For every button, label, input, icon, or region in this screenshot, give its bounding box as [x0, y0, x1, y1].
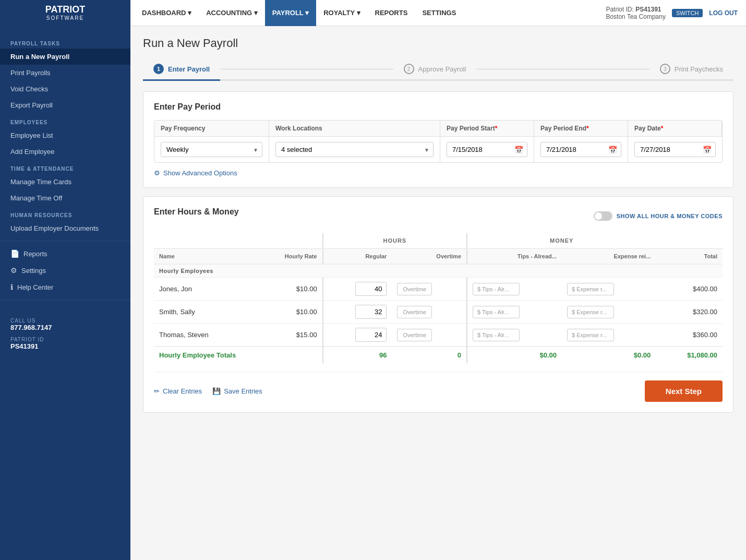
save-entries-label: Save Entries: [224, 387, 262, 395]
emp3-rate: $15.00: [252, 324, 323, 347]
nav-settings[interactable]: SETTINGS: [415, 0, 463, 26]
sidebar-item-help[interactable]: ℹ Help Center: [0, 279, 130, 295]
patriot-id-label: Patriot ID:: [606, 6, 633, 13]
calendar-icon-paydate[interactable]: 📅: [703, 146, 712, 154]
totals-label: Hourly Employee Totals: [154, 347, 323, 363]
next-step-button[interactable]: Next Step: [645, 380, 723, 402]
nav-right: Patriot ID: PS41391 Boston Tea Company S…: [606, 6, 738, 20]
reports-icon: 📄: [10, 249, 19, 258]
table-row: Smith, Sally $10.00 Overtime $ Tips - Al…: [154, 301, 723, 324]
sidebar-item-reports[interactable]: 📄 Reports: [0, 245, 130, 262]
total-header-spacer: [656, 233, 723, 248]
logo: PATRIOT SOFTWARE: [45, 5, 85, 21]
sidebar-item-employer-docs[interactable]: Upload Employer Documents: [0, 220, 130, 236]
nav-accounting[interactable]: ACCOUNTING ▾: [199, 0, 265, 26]
pay-period-title: Enter Pay Period: [154, 102, 723, 112]
emp1-expense-cell: $ Expense r...: [562, 278, 656, 301]
emp1-overtime-btn[interactable]: Overtime: [397, 283, 432, 295]
col-work-locations-cell: 4 selected ▼: [269, 137, 440, 162]
sidebar-item-print-payrolls[interactable]: Print Payrolls: [0, 65, 130, 81]
emp3-name: Thomas, Steven: [154, 324, 252, 347]
step-1-num: 1: [153, 64, 164, 74]
emp1-regular-input[interactable]: [355, 282, 387, 296]
save-entries-button[interactable]: 💾 Save Entries: [212, 387, 262, 395]
nav-reports[interactable]: REPORTS: [368, 0, 415, 26]
show-all-codes-toggle[interactable]: [594, 211, 612, 221]
pay-frequency-select[interactable]: Weekly Biweekly Semimonthly Monthly: [161, 142, 262, 157]
sidebar-item-employee-list[interactable]: Employee List: [0, 127, 130, 144]
step-line-1: [220, 69, 393, 69]
user-info: Patriot ID: PS41391 Boston Tea Company: [606, 6, 666, 20]
sidebar: PAYROLL TASKS Run a New Payroll Print Pa…: [0, 26, 130, 560]
page-title: Run a New Payroll: [143, 37, 733, 50]
logout-link[interactable]: LOG OUT: [709, 9, 738, 17]
sidebar-bottom: CALL US 877.968.7147 PATRIOT ID PS41391: [0, 304, 130, 359]
pencil-icon: ✏: [154, 387, 160, 395]
run-payroll-label: Run a New Payroll: [10, 53, 69, 61]
emp1-overtime-cell: Overtime: [392, 278, 467, 301]
emp3-regular-input[interactable]: [355, 328, 387, 342]
col-pay-period-start-header: Pay Period Start*: [440, 121, 534, 137]
emp1-name: Jones, Jon: [154, 278, 252, 301]
emp2-tips-input[interactable]: $ Tips - Alr...: [473, 306, 520, 318]
emp2-total: $320.00: [656, 301, 723, 324]
sidebar-patriot-id-label: PATRIOT ID: [10, 337, 120, 342]
settings-icon: ⚙: [10, 266, 17, 275]
call-us-label: CALL US: [10, 318, 120, 324]
step-2-num: 2: [404, 64, 414, 74]
col-pay-period-end-cell: 📅: [534, 137, 628, 162]
work-locations-select-wrapper: 4 selected ▼: [275, 142, 434, 157]
sidebar-item-time-cards[interactable]: Manage Time Cards: [0, 174, 130, 190]
nav-payroll[interactable]: PAYROLL ▾: [265, 0, 316, 26]
sidebar-item-run-payroll[interactable]: Run a New Payroll: [0, 49, 130, 65]
toggle-label: SHOW ALL HOUR & MONEY CODES: [617, 213, 723, 219]
sidebar-item-export-payroll[interactable]: Export Payroll: [0, 97, 130, 113]
step-1[interactable]: 1 Enter Payroll: [143, 58, 220, 81]
sidebar-item-settings[interactable]: ⚙ Settings: [0, 262, 130, 279]
step-2[interactable]: 2 Approve Payroll: [393, 58, 477, 79]
col-work-locations-header: Work Locations: [269, 121, 440, 137]
calendar-icon-end[interactable]: 📅: [608, 146, 617, 154]
emp2-expense-input[interactable]: $ Expense r...: [567, 306, 614, 318]
required-star: *: [495, 125, 498, 132]
calendar-icon-start[interactable]: 📅: [514, 146, 523, 154]
emp3-expense-input[interactable]: $ Expense r...: [567, 329, 614, 341]
footer-actions: ✏ Clear Entries 💾 Save Entries Next Step: [154, 372, 723, 402]
emp3-tips-input[interactable]: $ Tips - Alr...: [473, 329, 520, 341]
totals-regular: 96: [323, 347, 392, 363]
emp2-name: Smith, Sally: [154, 301, 252, 324]
section-employees: EMPLOYEES: [0, 113, 130, 127]
phone-number: 877.968.7147: [10, 324, 120, 331]
emp1-tips-input[interactable]: $ Tips - Alr...: [473, 283, 520, 295]
pay-period-start-wrapper: 📅: [447, 142, 527, 157]
money-group-header: MONEY: [467, 233, 656, 248]
payroll-table: HOURS MONEY Name Hourly Rate Regular Ove…: [154, 233, 723, 363]
clear-entries-button[interactable]: ✏ Clear Entries: [154, 387, 202, 395]
emp1-total: $400.00: [656, 278, 723, 301]
pay-frequency-select-wrapper: Weekly Biweekly Semimonthly Monthly ▼: [161, 142, 262, 157]
section-time-attendance: TIME & ATTENDANCE: [0, 160, 130, 174]
nav-dashboard[interactable]: DASHBOARD ▾: [135, 0, 199, 26]
totals-row: Hourly Employee Totals 96 0 $0.00 $0.00 …: [154, 347, 723, 363]
toggle-wrapper: SHOW ALL HOUR & MONEY CODES: [594, 211, 723, 221]
step-3-num: 3: [660, 64, 670, 74]
company-name: Boston Tea Company: [606, 13, 666, 20]
emp1-expense-input[interactable]: $ Expense r...: [567, 283, 614, 295]
sidebar-item-time-off[interactable]: Manage Time Off: [0, 190, 130, 206]
th-name: Name: [154, 248, 252, 264]
totals-expense: $0.00: [562, 347, 656, 363]
step-2-label: Approve Payroll: [418, 65, 466, 73]
emp2-overtime-btn[interactable]: Overtime: [397, 306, 432, 318]
emp3-overtime-btn[interactable]: Overtime: [397, 329, 432, 341]
sidebar-item-add-employee[interactable]: Add Employee: [0, 144, 130, 160]
nav-royalty[interactable]: ROYALTY ▾: [316, 0, 367, 26]
switch-button[interactable]: SWITCH: [672, 9, 703, 17]
work-locations-select[interactable]: 4 selected: [275, 142, 434, 157]
advanced-options-link[interactable]: ⚙ Show Advanced Options: [154, 169, 723, 177]
clear-entries-label: Clear Entries: [163, 387, 202, 395]
pay-period-grid: Pay Frequency Work Locations Pay Period …: [154, 120, 723, 163]
sidebar-item-void-checks[interactable]: Void Checks: [0, 81, 130, 97]
emp2-regular-input[interactable]: [355, 305, 387, 319]
col-pay-frequency-header: Pay Frequency: [154, 121, 269, 137]
step-3[interactable]: 3 Print Paychecks: [649, 58, 733, 79]
